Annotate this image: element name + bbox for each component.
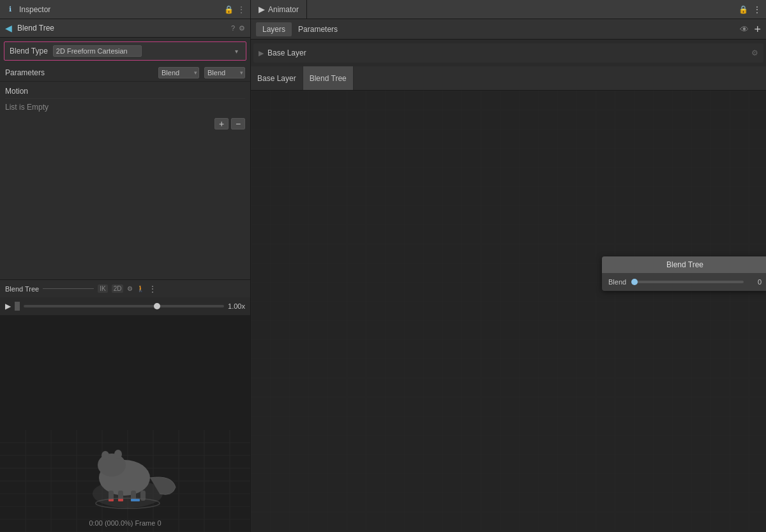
grid-canvas [0,315,250,532]
animator-graph[interactable]: Blend Tree Blend 0 [251,91,766,532]
list-empty-text: List is Empty [5,99,245,115]
graph-grid-svg [251,91,766,532]
remove-motion-button[interactable]: − [231,118,245,129]
base-layer-name: Base Layer [267,48,751,57]
layers-tabs-bar: Layers Parameters 👁 + [251,19,766,40]
blend-tree-header: ◀ Blend Tree ? ⚙ [0,19,250,38]
tab-layers-label: Layers [262,25,285,34]
playhead-track[interactable] [24,305,224,307]
inspector-header: ℹ Inspector 🔒 ⋮ [0,0,250,19]
blend-tree-node[interactable]: Blend Tree Blend 0 [602,256,766,291]
motion-section: Motion List is Empty + − [0,82,250,135]
preview-3d-viewport: 0:00 (000.0%) Frame 0 [0,315,250,532]
node-body: Blend 0 [602,273,766,291]
animation-controls-bar: Blend Tree IK 2D ⚙ 🚶 ⋮ [0,279,250,297]
svg-rect-27 [118,499,123,501]
ik-button[interactable]: IK [98,284,107,293]
add-layer-button[interactable]: + [754,24,761,35]
motion-actions: + − [5,115,245,132]
add-motion-button[interactable]: + [214,118,229,129]
blend-y-dropdown-wrapper: Blend Speed Direction [202,67,245,78]
layer-item-base[interactable]: ▶ Base Layer ⚙ [253,43,763,63]
animation-title: Blend Tree [5,285,39,293]
main-layout: ℹ Inspector 🔒 ⋮ ◀ Blend Tree ? ⚙ Blend T… [0,0,766,532]
animator-tab-label: Animator [268,5,299,14]
svg-rect-33 [251,91,766,532]
node-slider-track[interactable] [631,281,744,283]
breadcrumb-base-layer[interactable]: Base Layer [251,66,303,90]
tab-parameters[interactable]: Parameters [292,22,344,36]
animator-lock-icon[interactable]: 🔒 [739,5,748,14]
node-title-bar: Blend Tree [602,256,766,273]
node-blend-value: 0 [749,278,762,286]
blend-x-dropdown-wrapper: Blend Speed Direction [156,67,199,78]
speed-label: 1.00x [228,302,245,310]
blend-type-label: Blend Type [10,47,48,55]
inspector-spacer [0,135,250,279]
timeline-bar [15,302,20,311]
parameters-row: Parameters Blend Speed Direction Blend S… [0,64,250,82]
time-label: 0:00 (000.0%) Frame 0 [89,519,161,527]
blend-type-select[interactable]: 2D Freeform Cartesian 1D 2D Simple Direc… [53,45,142,57]
breadcrumb-bar: Base Layer Blend Tree [251,66,766,91]
lock-icon[interactable]: 🔒 [224,5,234,14]
animator-more-icon[interactable]: ⋮ [753,5,761,14]
help-icon[interactable]: ? [231,24,235,32]
breadcrumb-blend-tree[interactable]: Blend Tree [303,66,354,90]
playhead-knob[interactable] [154,303,160,309]
avatar-icon[interactable]: 🚶 [137,285,144,292]
layer-collapse-icon: ▶ [259,49,264,57]
blend-type-row: Blend Type 2D Freeform Cartesian 1D 2D S… [4,41,246,61]
playback-controls: ▶ 1.00x [0,297,250,315]
blend-type-select-wrapper: 2D Freeform Cartesian 1D 2D Simple Direc… [53,45,241,57]
more-options-icon[interactable]: ⋮ [237,5,245,14]
animator-header: ▶ Animator 🔒 ⋮ [251,0,766,19]
svg-point-30 [114,450,122,459]
inspector-header-actions: 🔒 ⋮ [224,5,245,14]
layer-list: ▶ Base Layer ⚙ [251,40,766,66]
node-slider-knob[interactable] [631,279,638,285]
layer-settings-icon[interactable]: ⚙ [751,48,758,57]
anim-more-icon[interactable]: ⋮ [148,284,157,294]
back-arrow-icon[interactable]: ◀ [5,23,12,33]
animator-tab[interactable]: ▶ Animator [251,0,307,18]
inspector-icon: ℹ [5,4,15,15]
parameters-label: Parameters [5,68,156,77]
animator-header-actions: 🔒 ⋮ [739,5,766,14]
blend-tree-settings-icon[interactable]: ⚙ [239,24,245,33]
play-button[interactable]: ▶ [5,302,11,311]
motion-header: Motion [5,84,245,99]
two-d-button[interactable]: 2D [112,284,124,293]
node-blend-label: Blend [608,278,626,286]
tab-parameters-label: Parameters [298,25,338,34]
tab-layers[interactable]: Layers [256,22,292,36]
inspector-title: Inspector [19,5,224,14]
animator-tab-icon: ▶ [259,4,265,14]
svg-point-29 [101,451,109,460]
inspector-panel: ℹ Inspector 🔒 ⋮ ◀ Blend Tree ? ⚙ Blend T… [0,0,251,532]
blend-x-dropdown[interactable]: Blend Speed Direction [158,67,199,78]
animator-panel: ▶ Animator 🔒 ⋮ Layers Parameters 👁 + [251,0,766,532]
blend-y-dropdown[interactable]: Blend Speed Direction [204,67,245,78]
anim-divider-line [43,288,94,289]
breadcrumb-nav: Base Layer Blend Tree [251,66,354,90]
eye-icon[interactable]: 👁 [740,24,749,34]
blend-tree-label: Blend Tree [17,24,227,33]
pose-icon[interactable]: ⚙ [127,285,133,292]
svg-rect-28 [131,499,140,501]
